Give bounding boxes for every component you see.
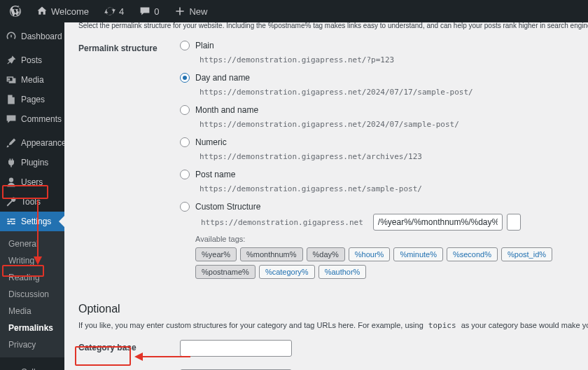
content-wrap: Select the permalink structure for your … xyxy=(64,22,588,370)
submenu-privacy[interactable]: Privacy xyxy=(0,336,64,353)
sidebar-item-posts[interactable]: Posts xyxy=(0,50,64,70)
permalink-structure-heading: Permalink structure xyxy=(78,39,180,290)
tag-minute[interactable]: %minute% xyxy=(393,247,443,261)
sidebar-item-media[interactable]: Media xyxy=(0,70,64,90)
update-icon xyxy=(104,6,115,17)
example-day-name: https://demonstration.gigapress.net/2024… xyxy=(195,86,477,98)
radio-post-name-label: Post name xyxy=(195,170,235,179)
sliders-icon xyxy=(6,216,17,227)
admin-bar: Welcome 4 0 New xyxy=(0,0,588,22)
custom-base-url: https://demonstration.gigapress.net xyxy=(195,215,369,230)
sidebar-item-appearance[interactable]: Appearance xyxy=(0,133,64,153)
media-icon xyxy=(6,74,17,85)
example-month-name: https://demonstration.gigapress.net/2024… xyxy=(195,118,463,130)
submenu-reading[interactable]: Reading xyxy=(0,269,64,286)
radio-numeric[interactable] xyxy=(180,137,190,147)
tag-monthnum[interactable]: %monthnum% xyxy=(240,247,303,261)
custom-structure-trailing-input[interactable] xyxy=(507,214,521,231)
submenu-writing[interactable]: Writing xyxy=(0,252,64,269)
wordpress-logo-icon xyxy=(10,6,21,17)
home-icon xyxy=(36,6,48,17)
settings-submenu: General Writing Reading Discussion Media… xyxy=(0,231,64,357)
page-icon xyxy=(6,94,17,105)
submenu-permalinks[interactable]: Permalinks xyxy=(0,320,64,336)
admin-sidebar: Dashboard Posts Media Pages Comments App… xyxy=(0,22,64,370)
optional-heading: Optional xyxy=(78,303,588,315)
plus-icon xyxy=(174,6,186,17)
sidebar-item-settings[interactable]: Settings xyxy=(0,212,64,231)
tag-category[interactable]: %category% xyxy=(259,265,315,279)
tag-second[interactable]: %second% xyxy=(447,247,498,261)
sidebar-label: Dashboard xyxy=(21,32,62,41)
sidebar-item-comments[interactable]: Comments xyxy=(0,109,64,129)
radio-custom[interactable] xyxy=(180,202,190,212)
admin-bar-new[interactable]: New xyxy=(170,6,211,17)
example-numeric: https://demonstration.gigapress.net/arch… xyxy=(195,151,426,163)
tag-year[interactable]: %year% xyxy=(195,247,237,261)
sidebar-label: Media xyxy=(21,75,44,85)
sidebar-label: Tools xyxy=(21,197,41,207)
site-title: Welcome xyxy=(51,6,89,17)
new-label: New xyxy=(189,6,207,17)
radio-month-name-label: Month and name xyxy=(195,105,258,115)
example-plain: https://demonstration.gigapress.net/?p=1… xyxy=(195,54,398,66)
intro-text: Select the permalink structure for your … xyxy=(78,22,588,31)
radio-numeric-label: Numeric xyxy=(195,137,227,147)
sidebar-item-plugins[interactable]: Plugins xyxy=(0,153,64,172)
radio-post-name[interactable] xyxy=(180,170,190,179)
sidebar-label: Comments xyxy=(21,114,62,124)
tag-day[interactable]: %day% xyxy=(307,247,345,261)
dashboard-icon xyxy=(6,31,17,42)
collapse-label: Collapse menu xyxy=(21,367,59,370)
sidebar-label: Appearance xyxy=(21,138,64,148)
radio-custom-label: Custom Structure xyxy=(195,202,260,212)
brush-icon xyxy=(6,137,17,149)
sidebar-item-pages[interactable]: Pages xyxy=(0,90,64,109)
user-icon xyxy=(6,177,17,188)
radio-plain[interactable] xyxy=(180,41,190,50)
sidebar-item-tools[interactable]: Tools xyxy=(0,192,64,212)
admin-bar-site-name[interactable]: Welcome xyxy=(32,6,93,17)
example-post-name: https://demonstration.gigapress.net/samp… xyxy=(195,183,426,195)
sidebar-label: Users xyxy=(21,177,43,187)
plug-icon xyxy=(6,157,17,168)
comment-icon xyxy=(139,6,150,17)
updates-count: 4 xyxy=(119,6,124,17)
comment-icon xyxy=(6,114,17,125)
custom-structure-input[interactable] xyxy=(373,214,503,231)
collapse-menu[interactable]: Collapse menu xyxy=(0,362,64,370)
submenu-media[interactable]: Media xyxy=(0,303,64,320)
comments-count: 0 xyxy=(154,6,159,17)
radio-plain-label: Plain xyxy=(195,41,214,50)
sidebar-label: Posts xyxy=(21,55,42,65)
sidebar-label: Settings xyxy=(21,217,51,226)
optional-description: If you like, you may enter custom struct… xyxy=(78,321,588,330)
category-base-label: Category base xyxy=(78,338,180,368)
radio-day-name-label: Day and name xyxy=(195,73,250,83)
admin-bar-updates[interactable]: 4 xyxy=(100,6,128,17)
radio-month-name[interactable] xyxy=(180,105,190,115)
tag-hour[interactable]: %hour% xyxy=(349,247,391,261)
tag-author[interactable]: %author% xyxy=(318,265,367,279)
wrench-icon xyxy=(6,196,17,207)
tag-post-id[interactable]: %post_id% xyxy=(501,247,552,261)
radio-day-name[interactable] xyxy=(180,73,190,83)
sidebar-label: Plugins xyxy=(21,158,48,167)
sidebar-item-dashboard[interactable]: Dashboard xyxy=(0,27,64,46)
submenu-discussion[interactable]: Discussion xyxy=(0,286,64,303)
pin-icon xyxy=(6,55,17,66)
available-tags-label: Available tags: xyxy=(195,235,581,243)
submenu-general[interactable]: General xyxy=(0,235,64,252)
admin-bar-wp-logo[interactable] xyxy=(6,6,25,17)
admin-bar-comments[interactable]: 0 xyxy=(135,6,163,17)
sidebar-label: Pages xyxy=(21,95,45,104)
sidebar-item-users[interactable]: Users xyxy=(0,172,64,192)
category-base-input[interactable] xyxy=(180,340,292,357)
current-menu-arrow xyxy=(59,216,64,227)
available-tags-row: %year% %monthnum% %day% %hour% %minute% … xyxy=(195,247,581,279)
tag-postname[interactable]: %postname% xyxy=(195,265,255,279)
